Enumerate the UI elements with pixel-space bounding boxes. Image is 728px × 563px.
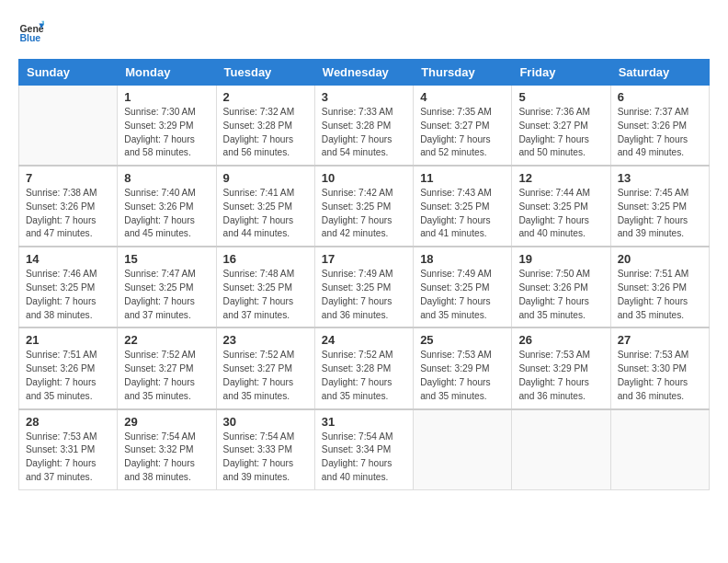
day-info: Sunrise: 7:53 AMSunset: 3:30 PMDaylight:… — [618, 349, 702, 403]
day-info: Sunrise: 7:32 AMSunset: 3:28 PMDaylight:… — [223, 106, 308, 160]
calendar-cell: 28Sunrise: 7:53 AMSunset: 3:31 PMDayligh… — [19, 409, 118, 490]
day-info: Sunrise: 7:51 AMSunset: 3:26 PMDaylight:… — [26, 349, 110, 403]
calendar-cell — [512, 409, 610, 490]
calendar-cell: 16Sunrise: 7:48 AMSunset: 3:25 PMDayligh… — [216, 247, 314, 327]
day-number: 8 — [124, 171, 209, 185]
calendar-cell: 1Sunrise: 7:30 AMSunset: 3:29 PMDaylight… — [118, 86, 216, 167]
calendar-cell: 7Sunrise: 7:38 AMSunset: 3:26 PMDaylight… — [19, 166, 118, 247]
day-number: 23 — [223, 333, 308, 347]
day-info: Sunrise: 7:53 AMSunset: 3:29 PMDaylight:… — [518, 349, 603, 403]
calendar-cell: 31Sunrise: 7:54 AMSunset: 3:34 PMDayligh… — [314, 409, 413, 490]
calendar-cell: 21Sunrise: 7:51 AMSunset: 3:26 PMDayligh… — [19, 327, 118, 408]
day-number: 24 — [322, 333, 406, 347]
calendar-cell: 30Sunrise: 7:54 AMSunset: 3:33 PMDayligh… — [216, 409, 314, 490]
calendar-cell: 15Sunrise: 7:47 AMSunset: 3:25 PMDayligh… — [118, 247, 216, 327]
day-number: 27 — [618, 333, 702, 347]
calendar-cell: 13Sunrise: 7:45 AMSunset: 3:25 PMDayligh… — [610, 166, 709, 247]
day-number: 26 — [518, 333, 603, 347]
day-info: Sunrise: 7:40 AMSunset: 3:26 PMDaylight:… — [124, 187, 209, 241]
day-number: 3 — [322, 90, 406, 104]
calendar-cell: 20Sunrise: 7:51 AMSunset: 3:26 PMDayligh… — [610, 247, 709, 327]
calendar-cell: 27Sunrise: 7:53 AMSunset: 3:30 PMDayligh… — [610, 327, 709, 408]
day-number: 19 — [518, 252, 603, 266]
col-header-monday: Monday — [118, 60, 216, 86]
day-info: Sunrise: 7:53 AMSunset: 3:29 PMDaylight:… — [420, 349, 505, 403]
day-number: 7 — [26, 171, 110, 185]
calendar-week-4: 21Sunrise: 7:51 AMSunset: 3:26 PMDayligh… — [19, 327, 710, 408]
calendar-cell: 9Sunrise: 7:41 AMSunset: 3:25 PMDaylight… — [216, 166, 314, 247]
day-number: 21 — [26, 333, 110, 347]
day-number: 13 — [618, 171, 702, 185]
day-info: Sunrise: 7:50 AMSunset: 3:26 PMDaylight:… — [518, 268, 603, 322]
calendar-cell: 5Sunrise: 7:36 AMSunset: 3:27 PMDaylight… — [512, 86, 610, 167]
calendar-week-2: 7Sunrise: 7:38 AMSunset: 3:26 PMDaylight… — [19, 166, 710, 247]
calendar-cell: 14Sunrise: 7:46 AMSunset: 3:25 PMDayligh… — [19, 247, 118, 327]
day-number: 30 — [223, 415, 308, 429]
day-info: Sunrise: 7:44 AMSunset: 3:25 PMDaylight:… — [518, 187, 603, 241]
calendar-cell: 26Sunrise: 7:53 AMSunset: 3:29 PMDayligh… — [512, 327, 610, 408]
generalblue-logo-icon: General Blue — [18, 18, 44, 44]
calendar-cell: 29Sunrise: 7:54 AMSunset: 3:32 PMDayligh… — [118, 409, 216, 490]
page-header: General Blue — [18, 18, 710, 44]
col-header-saturday: Saturday — [610, 60, 709, 86]
day-number: 12 — [518, 171, 603, 185]
calendar-cell: 17Sunrise: 7:49 AMSunset: 3:25 PMDayligh… — [314, 247, 413, 327]
calendar-cell: 25Sunrise: 7:53 AMSunset: 3:29 PMDayligh… — [414, 327, 512, 408]
day-info: Sunrise: 7:36 AMSunset: 3:27 PMDaylight:… — [518, 106, 603, 160]
calendar-week-3: 14Sunrise: 7:46 AMSunset: 3:25 PMDayligh… — [19, 247, 710, 327]
day-info: Sunrise: 7:42 AMSunset: 3:25 PMDaylight:… — [322, 187, 406, 241]
svg-text:Blue: Blue — [19, 32, 40, 43]
day-info: Sunrise: 7:45 AMSunset: 3:25 PMDaylight:… — [618, 187, 702, 241]
calendar-week-1: 1Sunrise: 7:30 AMSunset: 3:29 PMDaylight… — [19, 86, 710, 167]
day-info: Sunrise: 7:52 AMSunset: 3:28 PMDaylight:… — [322, 349, 406, 403]
day-info: Sunrise: 7:35 AMSunset: 3:27 PMDaylight:… — [420, 106, 505, 160]
day-number: 17 — [322, 252, 406, 266]
day-info: Sunrise: 7:52 AMSunset: 3:27 PMDaylight:… — [223, 349, 308, 403]
calendar-cell: 6Sunrise: 7:37 AMSunset: 3:26 PMDaylight… — [610, 86, 709, 167]
day-info: Sunrise: 7:37 AMSunset: 3:26 PMDaylight:… — [618, 106, 702, 160]
calendar-cell: 19Sunrise: 7:50 AMSunset: 3:26 PMDayligh… — [512, 247, 610, 327]
day-info: Sunrise: 7:54 AMSunset: 3:34 PMDaylight:… — [322, 431, 406, 485]
day-info: Sunrise: 7:41 AMSunset: 3:25 PMDaylight:… — [223, 187, 308, 241]
day-number: 28 — [26, 415, 110, 429]
day-number: 16 — [223, 252, 308, 266]
day-number: 25 — [420, 333, 505, 347]
day-info: Sunrise: 7:53 AMSunset: 3:31 PMDaylight:… — [26, 431, 110, 485]
calendar-cell — [610, 409, 709, 490]
col-header-sunday: Sunday — [19, 60, 118, 86]
calendar-table: SundayMondayTuesdayWednesdayThursdayFrid… — [18, 59, 710, 490]
day-info: Sunrise: 7:52 AMSunset: 3:27 PMDaylight:… — [124, 349, 209, 403]
calendar-header-row: SundayMondayTuesdayWednesdayThursdayFrid… — [19, 60, 710, 86]
calendar-cell: 3Sunrise: 7:33 AMSunset: 3:28 PMDaylight… — [314, 86, 413, 167]
calendar-week-5: 28Sunrise: 7:53 AMSunset: 3:31 PMDayligh… — [19, 409, 710, 490]
day-info: Sunrise: 7:51 AMSunset: 3:26 PMDaylight:… — [618, 268, 702, 322]
col-header-wednesday: Wednesday — [314, 60, 413, 86]
col-header-tuesday: Tuesday — [216, 60, 314, 86]
day-number: 14 — [26, 252, 110, 266]
calendar-cell: 8Sunrise: 7:40 AMSunset: 3:26 PMDaylight… — [118, 166, 216, 247]
calendar-cell: 23Sunrise: 7:52 AMSunset: 3:27 PMDayligh… — [216, 327, 314, 408]
day-info: Sunrise: 7:43 AMSunset: 3:25 PMDaylight:… — [420, 187, 505, 241]
day-number: 31 — [322, 415, 406, 429]
day-info: Sunrise: 7:48 AMSunset: 3:25 PMDaylight:… — [223, 268, 308, 322]
day-number: 22 — [124, 333, 209, 347]
day-number: 9 — [223, 171, 308, 185]
day-info: Sunrise: 7:49 AMSunset: 3:25 PMDaylight:… — [420, 268, 505, 322]
day-info: Sunrise: 7:33 AMSunset: 3:28 PMDaylight:… — [322, 106, 406, 160]
logo: General Blue — [18, 18, 48, 44]
day-number: 15 — [124, 252, 209, 266]
day-number: 5 — [518, 90, 603, 104]
calendar-cell: 18Sunrise: 7:49 AMSunset: 3:25 PMDayligh… — [414, 247, 512, 327]
day-number: 18 — [420, 252, 505, 266]
calendar-cell: 11Sunrise: 7:43 AMSunset: 3:25 PMDayligh… — [414, 166, 512, 247]
day-info: Sunrise: 7:54 AMSunset: 3:32 PMDaylight:… — [124, 431, 209, 485]
day-info: Sunrise: 7:54 AMSunset: 3:33 PMDaylight:… — [223, 431, 308, 485]
day-number: 2 — [223, 90, 308, 104]
calendar-cell: 2Sunrise: 7:32 AMSunset: 3:28 PMDaylight… — [216, 86, 314, 167]
calendar-cell: 12Sunrise: 7:44 AMSunset: 3:25 PMDayligh… — [512, 166, 610, 247]
day-number: 29 — [124, 415, 209, 429]
calendar-cell — [19, 86, 118, 167]
day-number: 10 — [322, 171, 406, 185]
day-info: Sunrise: 7:46 AMSunset: 3:25 PMDaylight:… — [26, 268, 110, 322]
calendar-cell — [414, 409, 512, 490]
